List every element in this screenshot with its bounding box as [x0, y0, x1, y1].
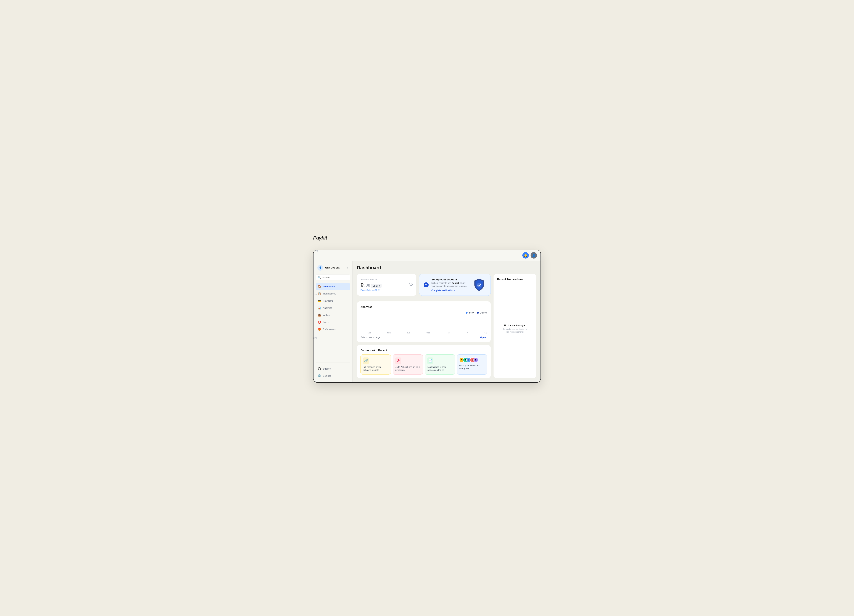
- analytics-card: Analytics ··· Inflow Outflow: [357, 302, 491, 342]
- setup-title: Set up your account: [432, 278, 469, 281]
- user-name: John Doe Ent.: [325, 266, 345, 269]
- do-more-card: Do more with Konect 🔗 Sell products onli…: [357, 345, 491, 378]
- balance-value: 0: [360, 282, 364, 288]
- feature-card-sell[interactable]: 🔗 Sell products online without a website: [360, 354, 391, 375]
- avatar: 👤: [317, 265, 323, 271]
- sidebar-item-wallets[interactable]: 👜 Wallets: [316, 312, 350, 319]
- no-transactions-title: No transactions yet: [504, 324, 526, 327]
- right-column: Recent Transactions No transactions yet …: [494, 274, 536, 378]
- setup-text: Set up your account Make it easier to us…: [432, 278, 469, 292]
- sidebar-item-transactions[interactable]: 📋 Transactions: [316, 290, 350, 297]
- sidebar-item-label: Settings: [323, 375, 331, 377]
- page-title: Dashboard: [357, 265, 536, 270]
- settings-icon: ⚙️: [318, 374, 321, 377]
- legend-inflow: Inflow: [466, 311, 474, 314]
- chart-x-axis: Sun Mon Tue Wed Thu Fri Sat: [368, 332, 487, 334]
- search-icon: 🔍: [318, 276, 321, 279]
- user-profile[interactable]: 👤 John Doe Ent. ⇅: [316, 264, 350, 272]
- chevron-down-icon: ⇅: [347, 267, 349, 269]
- x-label-tue: Tue: [407, 332, 410, 334]
- chevron-right-icon: ›: [486, 336, 487, 338]
- outflow-dot: [477, 312, 479, 314]
- data-range-label: Data in person range: [360, 336, 380, 338]
- sidebar-item-dashboard[interactable]: 🏠 Dashboard: [316, 283, 350, 290]
- app-logo: Paybit: [313, 233, 541, 242]
- hide-balance-icon[interactable]: [409, 282, 413, 287]
- chart-container: 100% 75% 25% 0%: [360, 316, 487, 331]
- x-label-thu: Thu: [447, 332, 450, 334]
- support-icon: 🎧: [318, 367, 321, 370]
- currency-selector[interactable]: USDT ▾: [371, 284, 382, 288]
- app-window: 🔔 👤 👤 John Doe Ent. ⇅ 🔍 🏠 Dashb: [313, 250, 541, 383]
- sidebar-item-label: Dashboard: [323, 285, 335, 288]
- sidebar: 👤 John Doe Ent. ⇅ 🔍 🏠 Dashboard 📋 Tr: [314, 261, 352, 383]
- open-analytics-link[interactable]: Open ›: [480, 336, 487, 338]
- x-label-wed: Wed: [427, 332, 430, 334]
- transactions-card: Recent Transactions No transactions yet …: [494, 274, 536, 378]
- feature-card-invest[interactable]: ⊗ Up to 20% returns on your investment: [393, 354, 423, 375]
- sidebar-item-label: Wallets: [323, 314, 330, 316]
- main-content: Dashboard Available Balance 0.00: [352, 261, 540, 383]
- more-options-icon[interactable]: ···: [483, 305, 487, 309]
- chart-legend: Inflow Outflow: [360, 311, 487, 314]
- no-transactions-desc: Complete your verification to start rece…: [501, 328, 529, 333]
- setup-card: 2/6 Set up your account Make it easier t…: [419, 274, 491, 296]
- no-transactions-state: No transactions yet Complete your verifi…: [497, 283, 533, 375]
- inflow-label: Inflow: [469, 311, 474, 314]
- invest-feature-icon: ⊗: [395, 357, 401, 364]
- sidebar-item-refer[interactable]: 🎁 Refer & earn: [316, 326, 350, 333]
- page-background: Paybit 🔔 👤 👤 John Doe Ent. ⇅ 🔍: [313, 233, 541, 383]
- notification-icon[interactable]: 🔔: [522, 252, 529, 259]
- balance-card: Available Balance 0.00 USDT ▾: [357, 274, 416, 296]
- open-label: Open: [480, 336, 486, 338]
- analytics-title: Analytics: [360, 305, 372, 308]
- outflow-label: Outflow: [480, 311, 487, 314]
- content-grid: Available Balance 0.00 USDT ▾: [357, 274, 536, 378]
- x-label-fri: Fri: [466, 332, 468, 334]
- chart-svg: [362, 316, 487, 331]
- currency-label: USDT: [372, 285, 378, 287]
- top-bar: 🔔 👤: [314, 250, 540, 261]
- feature-sell-text: Sell products online without a website: [363, 366, 389, 372]
- user-icon[interactable]: 👤: [531, 252, 537, 259]
- setup-desc: Make it easier to use Konect. Verify you…: [432, 282, 469, 288]
- legend-outflow: Outflow: [477, 311, 487, 314]
- invoice-icon: 📄: [427, 357, 433, 364]
- inflow-dot: [466, 312, 468, 314]
- link-icon: 🔗: [363, 357, 369, 364]
- feature-invest-text: Up to 20% returns on your investment: [395, 366, 421, 372]
- x-label-sat: Sat: [485, 332, 487, 334]
- sidebar-item-invest[interactable]: ⭕ Invest: [316, 319, 350, 326]
- feature-card-invoice[interactable]: 📄 Easily create & send invoices on the g…: [425, 354, 455, 375]
- sidebar-item-support[interactable]: 🎧 Support: [316, 365, 350, 372]
- nav-items: 🏠 Dashboard 📋 Transactions 💳 Payments 📊 …: [316, 283, 350, 363]
- do-more-title: Do more with Konect: [360, 349, 487, 352]
- sidebar-bottom: 🎧 Support ⚙️ Settings: [316, 362, 350, 380]
- transactions-title: Recent Transactions: [497, 278, 533, 281]
- avatar-group: A B C D E: [459, 357, 485, 363]
- payments-icon: 💳: [318, 299, 321, 302]
- setup-progress-badge: 2/6: [424, 282, 429, 287]
- feature-invoice-text: Easily create & send invoices on the go: [427, 366, 453, 372]
- currency-chevron-icon: ▾: [379, 285, 380, 287]
- chevron-right-icon: ›: [454, 289, 454, 292]
- refer-icon: 🎁: [318, 328, 321, 331]
- data-range-row: Data in person range Open ›: [360, 334, 487, 338]
- sidebar-item-analytics[interactable]: 📊 Analytics: [316, 305, 350, 311]
- complete-verification-link[interactable]: Complete Verification ›: [432, 289, 469, 292]
- sidebar-item-payments[interactable]: 💳 Payments: [316, 297, 350, 304]
- feature-card-refer[interactable]: A B C D E Invite your friends and earn $…: [457, 354, 487, 375]
- search-input[interactable]: [322, 276, 348, 279]
- search-box[interactable]: 🔍: [316, 274, 350, 281]
- x-label-sun: Sun: [368, 332, 371, 334]
- info-icon: ⓘ: [378, 289, 380, 291]
- feature-refer-text: Invite your friends and earn $100: [459, 364, 485, 370]
- avatar-5: E: [473, 357, 479, 363]
- feature-cards: 🔗 Sell products online without a website…: [360, 354, 487, 375]
- shield-verification-icon: [472, 278, 486, 292]
- analytics-header: Analytics ···: [360, 305, 487, 309]
- setup-link-label: Complete Verification: [432, 289, 453, 292]
- main-layout: 👤 John Doe Ent. ⇅ 🔍 🏠 Dashboard 📋 Tr: [314, 261, 540, 383]
- sidebar-item-settings[interactable]: ⚙️ Settings: [316, 372, 350, 379]
- wallets-icon: 👜: [318, 314, 321, 317]
